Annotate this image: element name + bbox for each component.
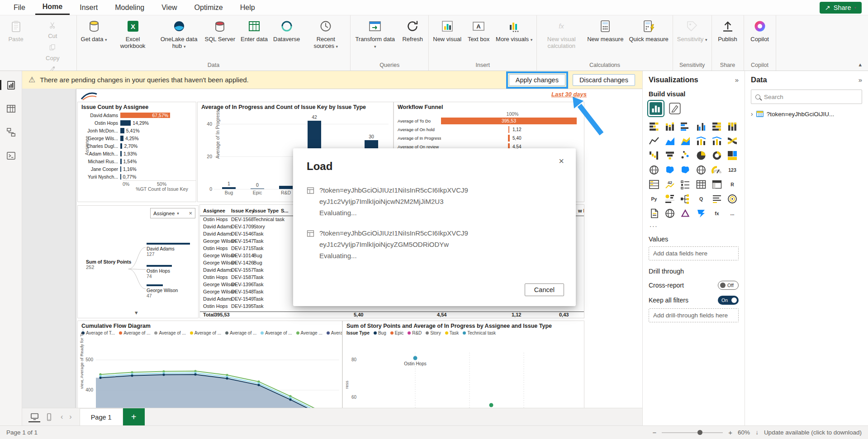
menu-optimize[interactable]: Optimize bbox=[187, 0, 230, 15]
legend-item[interactable]: Bug bbox=[374, 330, 386, 335]
tree-root-node[interactable]: Sum of Story Points252 bbox=[86, 259, 131, 270]
copilot-button[interactable]: Copilot bbox=[746, 16, 774, 43]
filled-map-icon[interactable] bbox=[664, 165, 675, 175]
bar[interactable] bbox=[120, 136, 123, 141]
data-point[interactable] bbox=[489, 403, 493, 407]
column-header[interactable]: Issue Type bbox=[253, 208, 279, 213]
data-point[interactable] bbox=[413, 356, 417, 360]
quick-measure-button[interactable]: Quick measure bbox=[626, 16, 670, 43]
more-options-icon[interactable]: ... bbox=[650, 221, 739, 228]
area-chart-icon[interactable] bbox=[664, 136, 675, 146]
waterfall-chart-icon[interactable] bbox=[649, 150, 659, 161]
key-influencers-icon[interactable] bbox=[664, 194, 675, 204]
power-apps-icon[interactable] bbox=[680, 208, 691, 219]
update-available-link[interactable]: Update available (click to download) bbox=[764, 429, 862, 436]
arcgis-map-icon[interactable] bbox=[664, 208, 675, 219]
keep-all-filters-toggle[interactable]: On bbox=[718, 296, 739, 305]
zoom-slider[interactable] bbox=[662, 432, 723, 433]
metrics-icon[interactable] bbox=[727, 194, 738, 204]
sql-server-button[interactable]: SQL Server bbox=[203, 16, 237, 43]
stacked-column-chart-icon[interactable] bbox=[664, 121, 675, 132]
collapse-pane-icon[interactable]: » bbox=[859, 76, 862, 84]
bar[interactable] bbox=[120, 174, 121, 179]
menu-insert[interactable]: Insert bbox=[72, 0, 105, 15]
data-model-item[interactable]: › ?token=eyJhbGciOiJIU... bbox=[751, 110, 862, 118]
excel-workbook-button[interactable]: XExcel workbook bbox=[110, 16, 156, 50]
new-measure-button[interactable]: New measure bbox=[585, 16, 626, 43]
sensitivity-button[interactable]: Sensitivity ▾ bbox=[675, 16, 710, 44]
transform-data-button[interactable]: Transform data ▾ bbox=[352, 16, 398, 51]
menu-modeling[interactable]: Modeling bbox=[108, 0, 152, 15]
legend-item[interactable]: R&D bbox=[408, 330, 422, 335]
visual-cumulative-flow-diagram[interactable]: Cumulative Flow Diagram Average of T...A… bbox=[77, 321, 342, 408]
collapse-pane-icon[interactable]: » bbox=[735, 76, 739, 84]
legend-item[interactable]: Average of ... bbox=[261, 330, 292, 335]
r-script-visual-icon[interactable]: R bbox=[727, 179, 738, 190]
treemap-icon[interactable] bbox=[727, 150, 738, 161]
menu-file[interactable]: File bbox=[6, 0, 33, 15]
line-and-stacked-column-chart-icon[interactable] bbox=[696, 136, 707, 146]
qa-visual-icon[interactable]: Q bbox=[696, 194, 707, 204]
next-page-icon[interactable]: › bbox=[66, 413, 75, 421]
legend-item[interactable]: Task bbox=[445, 330, 459, 335]
more-visuals-button[interactable]: More visuals ▾ bbox=[493, 16, 535, 44]
publish-button[interactable]: Publish bbox=[714, 16, 742, 43]
dataverse-button[interactable]: Dataverse bbox=[271, 16, 302, 43]
column[interactable] bbox=[222, 187, 236, 189]
desktop-layout-icon[interactable] bbox=[28, 411, 40, 422]
tree-node[interactable]: George Wilson47 bbox=[147, 284, 196, 298]
multi-row-card-icon[interactable] bbox=[649, 179, 659, 190]
clustered-column-chart-icon[interactable] bbox=[696, 121, 707, 132]
legend-item[interactable]: Average of T... bbox=[81, 330, 115, 335]
bar[interactable] bbox=[120, 166, 121, 172]
stacked-bar-chart-icon[interactable] bbox=[649, 121, 659, 132]
paginated-report-icon[interactable] bbox=[649, 208, 659, 219]
bar[interactable] bbox=[120, 159, 122, 164]
dax-query-view-icon[interactable] bbox=[4, 149, 18, 162]
column-header[interactable]: S... bbox=[281, 208, 289, 213]
table-view-icon[interactable] bbox=[4, 102, 18, 115]
legend-item[interactable]: Epic bbox=[390, 330, 403, 335]
menu-help[interactable]: Help bbox=[233, 0, 262, 15]
legend-item[interactable]: Technical task bbox=[463, 330, 496, 335]
visual-decomposition-tree[interactable]: Assignee ▾ × Sum of Story Points252 Davi… bbox=[77, 205, 199, 318]
stacked-area-chart-icon[interactable] bbox=[680, 136, 691, 146]
100-stacked-column-chart-icon[interactable] bbox=[727, 121, 738, 132]
column-header[interactable]: w Fil... bbox=[578, 208, 584, 213]
legend-item[interactable]: Average of ... bbox=[225, 330, 256, 335]
kpi-icon[interactable]: 42 bbox=[664, 179, 675, 190]
chevron-down-icon[interactable]: ▾ bbox=[135, 309, 138, 316]
discard-changes-button[interactable]: Discard changes bbox=[573, 74, 635, 86]
model-view-icon[interactable] bbox=[4, 125, 18, 139]
menu-view[interactable]: View bbox=[154, 0, 184, 15]
report-view-icon[interactable] bbox=[4, 78, 18, 92]
shape-map-icon[interactable] bbox=[680, 165, 691, 175]
share-button[interactable]: ↗ Share ▾ bbox=[820, 2, 862, 14]
enter-data-button[interactable]: Enter data bbox=[238, 16, 270, 43]
visual-story-points-scatter[interactable]: Sum of Story Points and Average of In Pr… bbox=[342, 321, 584, 408]
pie-chart-icon[interactable] bbox=[696, 150, 707, 161]
mobile-layout-icon[interactable] bbox=[43, 411, 55, 422]
line-chart-icon[interactable] bbox=[649, 136, 659, 146]
get-data-button[interactable]: Get data ▾ bbox=[79, 16, 109, 44]
search-input[interactable]: Search bbox=[751, 90, 862, 104]
add-drill-through-fields-dropzone[interactable]: Add drill-through fields here bbox=[649, 308, 739, 322]
bar[interactable]: 67,57% bbox=[120, 113, 170, 118]
gauge-icon[interactable] bbox=[711, 165, 722, 175]
clustered-bar-chart-icon[interactable] bbox=[680, 121, 691, 132]
funnel-bar[interactable]: 395,53 bbox=[441, 118, 577, 124]
line-and-clustered-column-chart-icon[interactable] bbox=[711, 136, 722, 146]
add-data-fields-dropzone[interactable]: Add data fields here bbox=[649, 246, 739, 260]
smart-narrative-icon[interactable] bbox=[711, 194, 722, 204]
visual-issue-count-by-assignee[interactable]: Issue Count by Assignee Assignee David A… bbox=[77, 102, 196, 202]
column[interactable] bbox=[251, 189, 264, 189]
python-visual-icon[interactable]: Py bbox=[649, 194, 659, 204]
cross-report-toggle[interactable]: Off bbox=[718, 281, 739, 290]
more-visuals-icon[interactable]: ... bbox=[727, 208, 738, 219]
ribbon-chart-icon[interactable] bbox=[727, 136, 738, 146]
column[interactable] bbox=[279, 186, 293, 189]
cancel-button[interactable]: Cancel bbox=[525, 283, 564, 296]
legend-item[interactable]: Average of ... bbox=[190, 330, 221, 335]
collapse-ribbon-icon[interactable]: ▴ bbox=[859, 61, 862, 68]
legend-item[interactable]: Average ... bbox=[327, 330, 342, 335]
